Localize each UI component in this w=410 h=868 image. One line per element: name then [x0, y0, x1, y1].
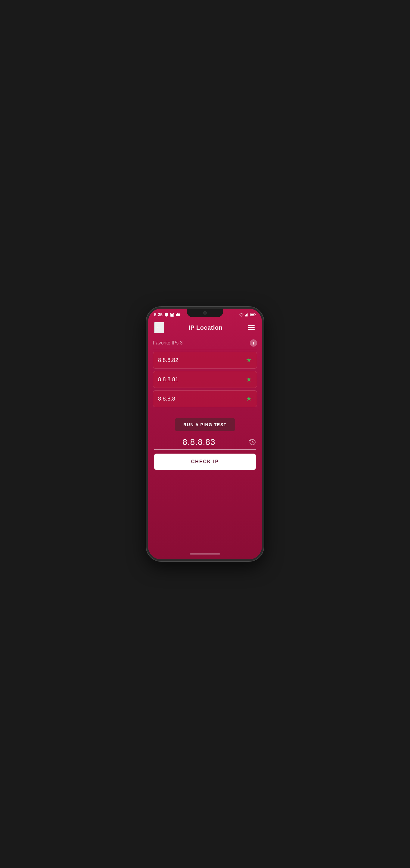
favorites-section: Favorite IPs 3 i 8.8.8.82 ★ 8.8.8.81 ★ 8… [148, 337, 262, 411]
svg-rect-4 [247, 313, 248, 316]
svg-rect-2 [245, 315, 246, 316]
svg-rect-7 [255, 314, 255, 315]
svg-rect-5 [249, 313, 249, 316]
ip-address: 8.8.8.8 [158, 396, 175, 402]
star-icon[interactable]: ★ [246, 395, 252, 403]
history-button[interactable] [249, 439, 256, 447]
shield-icon [164, 313, 168, 317]
home-indicator [190, 553, 220, 555]
bottom-bar [148, 551, 262, 559]
favorites-header: Favorite IPs 3 i [153, 339, 257, 349]
ip-address: 8.8.8.81 [158, 376, 178, 383]
ip-input[interactable] [154, 436, 256, 450]
back-button[interactable]: ← [154, 322, 164, 333]
star-icon[interactable]: ★ [246, 375, 252, 383]
menu-line-3 [248, 329, 255, 330]
notch [187, 309, 223, 317]
info-button[interactable]: i [250, 339, 257, 347]
camera [203, 311, 207, 315]
ip-input-row [154, 436, 256, 450]
phone-frame: 5:35 [146, 307, 264, 561]
phone-screen: 5:35 [148, 309, 262, 559]
star-icon[interactable]: ★ [246, 356, 252, 364]
status-right [239, 313, 256, 316]
ping-test-button[interactable]: RUN A PING TEST [175, 418, 235, 431]
svg-rect-8 [251, 314, 254, 315]
favorite-ip-item[interactable]: 8.8.8.8 ★ [153, 390, 257, 407]
favorite-ip-item[interactable]: 8.8.8.82 ★ [153, 352, 257, 369]
favorite-ip-item[interactable]: 8.8.8.81 ★ [153, 371, 257, 388]
status-time: 5:35 [154, 312, 163, 317]
status-left: 5:35 [154, 312, 181, 317]
header: ← IP Location [148, 319, 262, 337]
svg-rect-3 [246, 314, 247, 316]
menu-line-1 [248, 325, 255, 326]
main-section: RUN A PING TEST CHECK IP [148, 411, 262, 551]
cloud-icon [176, 313, 181, 316]
page-title: IP Location [189, 324, 223, 331]
favorites-title: Favorite IPs 3 [153, 340, 183, 346]
signal-icon [245, 313, 249, 316]
check-ip-button[interactable]: CHECK IP [154, 454, 256, 470]
ip-address: 8.8.8.82 [158, 357, 178, 364]
battery-icon [250, 313, 256, 316]
svg-rect-1 [171, 314, 173, 316]
menu-button[interactable] [247, 324, 256, 331]
wifi-icon [239, 313, 244, 316]
menu-line-2 [248, 327, 255, 328]
sim-icon [170, 313, 174, 317]
